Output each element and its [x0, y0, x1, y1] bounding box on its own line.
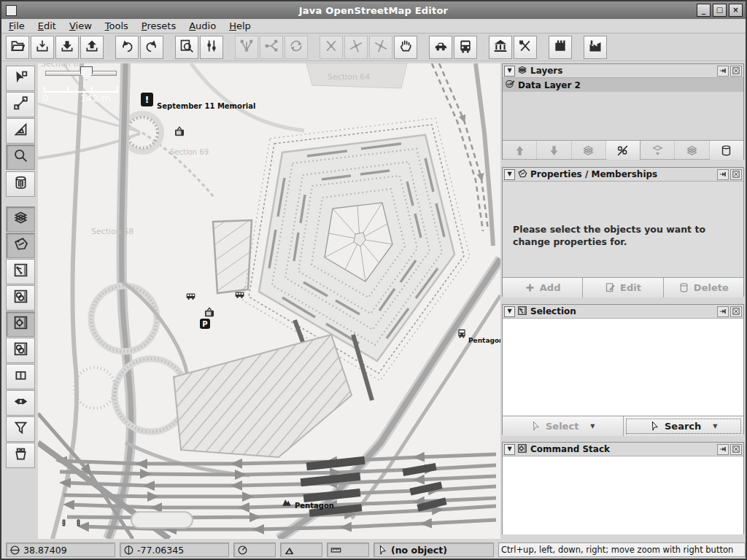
collapse-icon[interactable]: ▼ [504, 444, 515, 455]
selection-toggle[interactable] [6, 259, 35, 284]
undo-button[interactable] [115, 36, 139, 59]
measure-tool-button[interactable] [6, 118, 35, 144]
layer-up-button[interactable] [503, 141, 537, 160]
relations-toggle[interactable] [6, 285, 35, 311]
cursor-icon [649, 421, 660, 432]
bottom-building[interactable] [131, 512, 193, 528]
split-way-button[interactable] [260, 36, 283, 59]
combine-way-button[interactable] [235, 36, 258, 59]
traffic-signal-icon-1[interactable] [60, 514, 68, 534]
select-tool-button[interactable] [6, 66, 35, 91]
panel-close-button[interactable] [730, 169, 742, 180]
traffic-signal-icon-2[interactable] [74, 514, 82, 534]
redo-button[interactable] [140, 36, 163, 59]
tv-icon-2[interactable] [204, 307, 215, 319]
sticky-pin-button[interactable] [717, 306, 729, 317]
delete-property-button[interactable]: Delete [664, 278, 743, 298]
pentagon-bus-stop-label: Pentagon [468, 337, 500, 344]
menu-help[interactable]: Help [229, 20, 251, 31]
simplify-way-button[interactable] [369, 36, 392, 59]
preset-factory-button[interactable] [584, 36, 607, 59]
map-styles-toggle[interactable] [6, 338, 35, 363]
preset-bus-button[interactable] [454, 36, 477, 59]
menu-audio[interactable]: Audio [189, 20, 216, 31]
upload-button[interactable] [80, 36, 104, 59]
collapse-icon[interactable]: ▼ [504, 306, 515, 317]
filter-toggle[interactable] [6, 416, 35, 442]
update-data-button[interactable] [285, 36, 308, 59]
properties-panel-title: Properties / Memberships [530, 169, 716, 179]
select-button[interactable]: Select ▼ [503, 416, 624, 436]
panel-close-button[interactable] [730, 306, 742, 317]
merge-nodes-button[interactable] [344, 36, 368, 59]
pan-button[interactable] [394, 36, 417, 59]
add-property-button[interactable]: Add [503, 278, 583, 298]
zoom-tool-button[interactable] [6, 144, 35, 170]
bus-stop-icon-1[interactable] [185, 290, 197, 304]
layer-merge-button[interactable] [572, 141, 606, 160]
menu-view[interactable]: View [69, 20, 92, 31]
memorial-icon[interactable]: ! [141, 93, 153, 106]
layer-duplicate-button[interactable] [675, 141, 709, 160]
pentagon-station-icon[interactable] [281, 497, 293, 510]
close-button[interactable]: × [729, 4, 743, 17]
tv-icon[interactable] [174, 126, 185, 138]
hand-icon [398, 39, 413, 56]
sticky-pin-button[interactable] [717, 66, 729, 77]
properties-toggle[interactable] [6, 233, 35, 258]
menu-edit[interactable]: Edit [38, 20, 56, 31]
collapse-icon[interactable]: ▼ [504, 66, 515, 77]
cloverleaf-interchange[interactable] [53, 63, 249, 539]
history-toggle[interactable] [6, 364, 35, 389]
download-button[interactable] [55, 36, 79, 59]
sticky-pin-button[interactable] [717, 169, 729, 180]
maximize-button[interactable]: □ [713, 4, 727, 17]
menu-tools[interactable]: Tools [105, 20, 128, 31]
layer-down-button[interactable] [537, 141, 571, 160]
map-styles-icon [13, 341, 28, 359]
park-and-ride-icon[interactable]: P [200, 319, 210, 329]
preferences-button[interactable] [200, 36, 223, 59]
bus-stop-icon-2[interactable] [233, 289, 246, 303]
conflict-toggle[interactable] [6, 390, 35, 416]
save-button[interactable] [31, 36, 54, 59]
menu-file[interactable]: File [9, 20, 25, 31]
layer-opacity-button[interactable] [640, 141, 675, 160]
preset-restaurant-button[interactable] [514, 36, 537, 59]
parking-lot[interactable] [174, 335, 352, 457]
preset-car-button[interactable] [429, 36, 452, 59]
selection-list[interactable] [503, 319, 743, 416]
preset-castle-button[interactable] [549, 36, 572, 59]
draw-node-tool-button[interactable] [6, 92, 35, 117]
redo-icon [144, 39, 159, 56]
restaurant-icon [518, 39, 533, 56]
dropdown-arrow-icon[interactable]: ▼ [590, 423, 595, 429]
edit-property-button[interactable]: Edit [583, 278, 663, 298]
layer-delete-button[interactable] [710, 141, 743, 160]
layers-toggle[interactable] [6, 206, 35, 232]
search-button[interactable] [175, 36, 198, 59]
collapse-icon[interactable]: ▼ [504, 169, 515, 180]
layer-visibility-button[interactable] [606, 141, 640, 160]
command-stack-list[interactable] [503, 456, 743, 534]
heading-clock-icon [237, 545, 248, 556]
panel-close-button[interactable] [730, 444, 742, 455]
search-selection-button[interactable]: Search ▼ [624, 416, 744, 436]
panel-close-button[interactable] [730, 66, 742, 77]
pentagon-bus-stop-icon[interactable] [457, 327, 467, 342]
command-stack-toggle[interactable] [6, 311, 35, 337]
delete-tool-button[interactable] [6, 171, 35, 197]
dropdown-arrow-icon[interactable]: ▼ [713, 423, 717, 429]
unglue-button[interactable] [320, 36, 343, 59]
layer-row[interactable]: Data Layer 2 [503, 78, 743, 92]
changeset-toggle[interactable] [6, 443, 35, 468]
preset-museum-button[interactable] [489, 36, 512, 59]
menu-presets[interactable]: Presets [142, 20, 176, 31]
map-canvas[interactable]: 0 142 m Section 63 Section 64 Section 68… [38, 63, 500, 539]
title-bar[interactable]: Java OpenStreetMap Editor _ □ × [1, 1, 746, 19]
bus-icon [458, 39, 473, 56]
sticky-pin-button[interactable] [717, 444, 729, 455]
minimize-button[interactable]: _ [697, 4, 711, 17]
edit-doc-icon [605, 282, 616, 293]
open-button[interactable] [6, 36, 29, 59]
